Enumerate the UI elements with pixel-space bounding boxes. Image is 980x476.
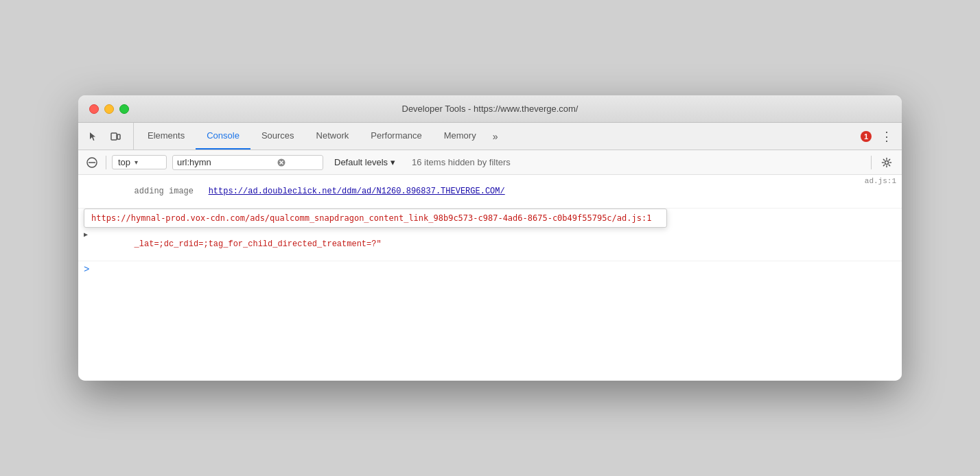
console-settings-button[interactable] (877, 153, 896, 172)
maximize-button[interactable] (119, 104, 129, 114)
error-count-icon: 1 (861, 131, 872, 142)
tooltip-url-text: https://hymnal-prod.vox-cdn.com/ads/qual… (91, 213, 651, 223)
hidden-items-count: 16 items hidden by filters (412, 157, 511, 167)
tooltip-popup: https://hymnal-prod.vox-cdn.com/ads/qual… (84, 209, 667, 228)
minimize-button[interactable] (104, 104, 114, 114)
tab-memory[interactable]: Memory (433, 123, 487, 150)
title-bar: Developer Tools - https://www.theverge.c… (78, 95, 902, 123)
level-selector[interactable]: Default levels ▾ (329, 156, 401, 169)
svg-rect-1 (117, 134, 120, 139)
svg-rect-0 (111, 133, 117, 140)
console-prompt-line: > (78, 261, 902, 278)
line-source-ad: ad.js:1 (865, 177, 896, 185)
context-dropdown-arrow: ▾ (135, 158, 138, 166)
clear-console-button[interactable] (84, 154, 100, 171)
clear-icon (277, 158, 285, 167)
console-text-lat: _lat=;dc_rdid=;tag_for_child_directed_tr… (95, 230, 896, 259)
window-title: Developer Tools - https://www.theverge.c… (402, 104, 579, 114)
toolbar-icons (84, 123, 134, 150)
doubleclick-url[interactable]: https://ad.doubleclick.net/ddm/ad/N1260.… (209, 187, 505, 196)
inspect-element-button[interactable] (84, 127, 103, 146)
devtools-tabs: Elements Console Sources Network Perform… (137, 123, 855, 150)
expand-triangle[interactable]: ▶ (84, 230, 88, 239)
console-text-adding-image: adding image https://ad.doubleclick.net/… (95, 177, 859, 206)
more-tabs-button[interactable]: » (487, 123, 504, 150)
more-options-button[interactable]: ⋮ (877, 127, 896, 146)
filter-input-wrapper (172, 155, 323, 170)
prompt-chevron: > (84, 264, 89, 275)
traffic-lights (89, 104, 129, 114)
devtools-window: Developer Tools - https://www.theverge.c… (78, 95, 902, 381)
tab-performance[interactable]: Performance (360, 123, 432, 150)
svg-point-7 (885, 160, 889, 164)
console-line-adding-image: adding image https://ad.doubleclick.net/… (78, 175, 902, 209)
console-output: adding image https://ad.doubleclick.net/… (78, 175, 902, 381)
no-entry-icon (86, 157, 97, 168)
tab-console[interactable]: Console (196, 123, 250, 150)
filter-input[interactable] (177, 157, 273, 167)
tab-network[interactable]: Network (305, 123, 360, 150)
console-filter-bar: top ▾ Default levels ▾ 16 items hidden b… (78, 150, 902, 175)
device-icon (110, 131, 121, 142)
filter-separator-2 (871, 156, 872, 169)
filter-separator-1 (106, 156, 106, 169)
context-selector[interactable]: top ▾ (112, 155, 167, 169)
tab-elements[interactable]: Elements (137, 123, 196, 150)
devtools-toolbar: Elements Console Sources Network Perform… (78, 123, 902, 150)
close-button[interactable] (89, 104, 99, 114)
toolbar-right: 1 ⋮ (855, 123, 896, 150)
console-line-lat: ▶ _lat=;dc_rdid=;tag_for_child_directed_… (78, 228, 902, 261)
gear-icon (881, 157, 892, 168)
device-toolbar-button[interactable] (106, 127, 125, 146)
level-dropdown-arrow: ▾ (390, 157, 395, 167)
error-badge: 1 (861, 131, 872, 142)
tab-sources[interactable]: Sources (250, 123, 305, 150)
clear-filter-button[interactable] (276, 157, 287, 168)
cursor-icon (88, 131, 99, 142)
